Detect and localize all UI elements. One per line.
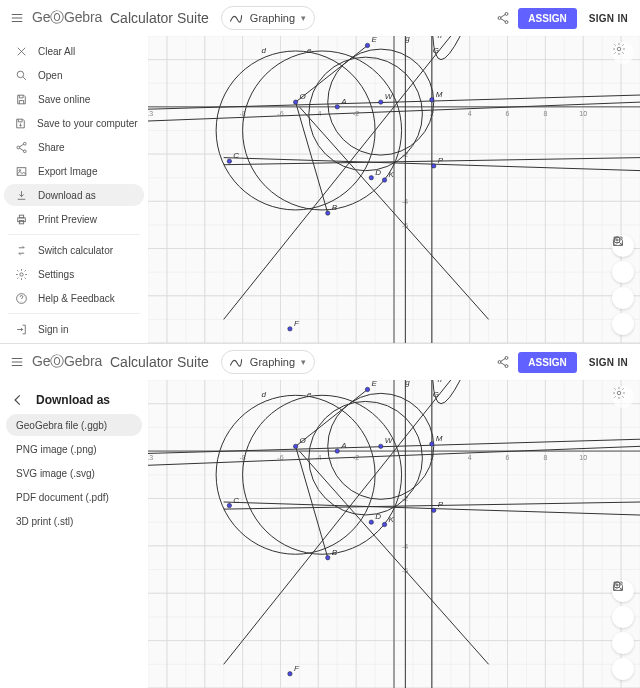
svg-text:F: F: [294, 319, 300, 328]
svg-point-122: [382, 178, 386, 182]
svg-text:-4: -4: [315, 110, 321, 117]
svg-text:-4: -4: [315, 454, 321, 461]
svg-text:E: E: [372, 36, 378, 44]
menu-item-label: Share: [38, 142, 65, 153]
menu-item-settings[interactable]: Settings: [4, 263, 144, 285]
gear-icon[interactable]: [612, 386, 634, 408]
signin-link[interactable]: SIGN IN: [589, 357, 628, 368]
download-option[interactable]: PDF document (.pdf): [6, 486, 142, 508]
graphing-icon: [228, 10, 244, 26]
app-logo: GeⓄGebra: [32, 9, 102, 27]
menu-item-label: Save online: [38, 94, 90, 105]
svg-point-241: [432, 508, 436, 512]
menu-item-download[interactable]: Download as: [4, 184, 144, 206]
svg-text:-13: -13: [148, 110, 153, 117]
svg-text:G: G: [433, 390, 439, 399]
menu-item-save[interactable]: Save online: [4, 88, 144, 110]
menu-item-switch[interactable]: Switch calculator: [4, 239, 144, 261]
graph-canvas[interactable]: -13-8-6-4-2246810-2-4-5OAEBCWMPDKFdeghG: [148, 36, 640, 343]
svg-point-254: [617, 391, 621, 395]
svg-point-108: [365, 43, 369, 47]
search-icon: [14, 68, 28, 82]
back-arrow-icon[interactable]: [10, 392, 26, 408]
svg-text:h: h: [438, 380, 443, 384]
download-option[interactable]: GeoGebra file (.ggb): [6, 414, 142, 436]
fullscreen-button[interactable]: [612, 658, 634, 680]
hamburger-menu-icon[interactable]: [8, 353, 26, 371]
download-icon: [14, 188, 28, 202]
fullscreen-button[interactable]: [612, 313, 634, 335]
menu-item-search[interactable]: Open: [4, 64, 144, 86]
svg-text:4: 4: [468, 110, 472, 117]
svg-point-135: [498, 361, 501, 364]
zoom-in-button[interactable]: [612, 261, 634, 283]
svg-text:8: 8: [543, 110, 547, 117]
download-option[interactable]: 3D print (.stl): [6, 510, 142, 532]
svg-text:-13: -13: [148, 454, 153, 461]
menu-item-label: Help & Feedback: [38, 293, 115, 304]
menu-item-signin[interactable]: Sign in: [4, 318, 144, 340]
menu-item-label: Export Image: [38, 166, 97, 177]
svg-point-136: [505, 365, 508, 368]
download-option[interactable]: PNG image (.png): [6, 438, 142, 460]
gear-icon[interactable]: [612, 42, 634, 64]
assign-button[interactable]: ASSIGN: [518, 8, 576, 29]
app-suite-name: Calculator Suite: [110, 10, 209, 26]
zoom-out-button[interactable]: [612, 287, 634, 309]
svg-point-110: [326, 211, 330, 215]
assign-button[interactable]: ASSIGN: [518, 352, 576, 373]
share-icon[interactable]: [494, 353, 512, 371]
export-image-icon: [14, 164, 28, 178]
svg-text:D: D: [375, 168, 381, 177]
menu-item-print[interactable]: Print Preview: [4, 208, 144, 230]
menu-item-export-image[interactable]: Export Image: [4, 160, 144, 182]
app-logo: GeⓄGebra: [32, 353, 102, 371]
help-icon: [14, 291, 28, 305]
svg-text:A: A: [340, 97, 346, 106]
menu-item-save-local[interactable]: Save to your computer: [4, 112, 144, 134]
download-option[interactable]: SVG image (.svg): [6, 462, 142, 484]
svg-text:F: F: [294, 664, 300, 673]
svg-text:K: K: [389, 515, 395, 524]
menu-item-share[interactable]: Share: [4, 136, 144, 158]
share-icon[interactable]: [494, 9, 512, 27]
svg-text:O: O: [300, 92, 306, 101]
mode-selector[interactable]: Graphing ▾: [221, 350, 315, 374]
svg-text:C: C: [233, 151, 239, 160]
hamburger-menu-icon[interactable]: [8, 9, 26, 27]
svg-point-131: [617, 47, 621, 51]
menu-item-label: Open: [38, 70, 62, 81]
svg-text:G: G: [433, 46, 439, 55]
zoom-out-button[interactable]: [612, 632, 634, 654]
app-suite-name: Calculator Suite: [110, 354, 209, 370]
svg-text:P: P: [438, 156, 444, 165]
mode-selector[interactable]: Graphing ▾: [221, 6, 315, 30]
print-icon: [14, 212, 28, 226]
svg-text:g: g: [405, 380, 410, 387]
menu-item-help[interactable]: Help & Feedback: [4, 287, 144, 309]
save-local-icon: [14, 116, 27, 130]
svg-text:8: 8: [543, 454, 547, 461]
svg-point-233: [326, 555, 330, 559]
menu-item-close[interactable]: Clear All: [4, 40, 144, 62]
zoom-in-button[interactable]: [612, 606, 634, 628]
svg-point-247: [288, 672, 292, 676]
svg-point-243: [369, 520, 373, 524]
save-icon: [14, 92, 28, 106]
signin-link[interactable]: SIGN IN: [589, 13, 628, 24]
svg-text:10: 10: [579, 110, 587, 117]
svg-text:e: e: [307, 390, 312, 399]
svg-rect-7: [17, 167, 26, 175]
graph-canvas[interactable]: -13-8-6-4-2246810-2-4-5OAEBCWMPDKFdeghG: [148, 380, 640, 688]
menu-item-label: Settings: [38, 269, 74, 280]
svg-point-112: [227, 159, 231, 163]
svg-text:d: d: [262, 390, 267, 399]
main-menu-sidebar: Clear AllOpenSave onlineSave to your com…: [0, 36, 148, 343]
svg-text:M: M: [436, 90, 443, 99]
svg-point-106: [335, 105, 339, 109]
svg-point-245: [382, 522, 386, 526]
svg-rect-10: [19, 215, 23, 218]
svg-rect-9: [17, 217, 25, 221]
svg-text:4: 4: [468, 454, 472, 461]
svg-point-231: [365, 387, 369, 391]
